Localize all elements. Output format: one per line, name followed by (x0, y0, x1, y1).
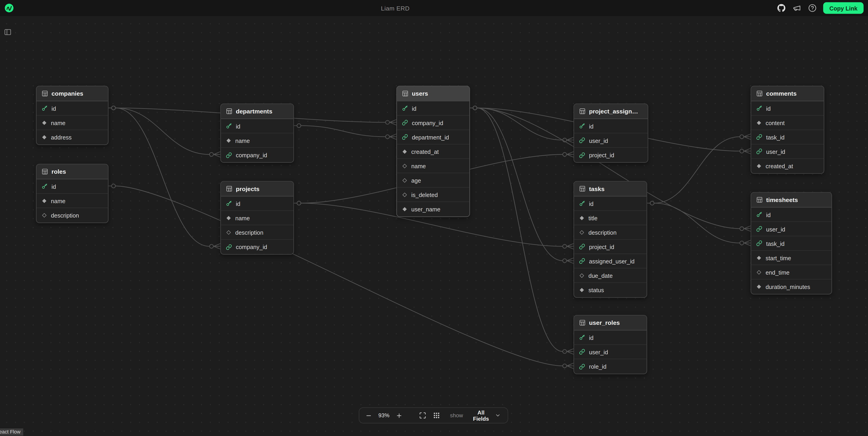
table-icon (756, 196, 763, 203)
table-header[interactable]: roles (36, 164, 108, 179)
table-node-companies[interactable]: companiesidnameaddress (36, 86, 109, 145)
table-title: user_roles (589, 319, 620, 326)
column-row-projects-id[interactable]: id (221, 196, 293, 211)
megaphone-icon (793, 4, 801, 12)
column-row-timesheets-start_time[interactable]: start_time (751, 251, 832, 265)
column-row-departments-name[interactable]: name (221, 133, 293, 148)
column-row-comments-task_id[interactable]: task_id (751, 130, 824, 145)
liam-logo[interactable] (4, 3, 14, 13)
column-row-project_assignments-id[interactable]: id (574, 119, 647, 133)
column-row-tasks-description[interactable]: description (574, 225, 647, 240)
table-header[interactable]: project_assignme... (574, 104, 647, 119)
column-row-user_roles-role_id[interactable]: role_id (574, 359, 647, 374)
foreign-key-icon (579, 258, 585, 264)
table-node-roles[interactable]: rolesidnamedescription (36, 164, 109, 223)
column-row-projects-company_id[interactable]: company_id (221, 240, 293, 254)
copy-link-button[interactable]: Copy Link (823, 2, 863, 14)
table-node-comments[interactable]: commentsidcontenttask_iduser_idcreated_a… (751, 86, 824, 174)
column-row-tasks-project_id[interactable]: project_id (574, 240, 647, 254)
table-node-project_assignments[interactable]: project_assignme...iduser_idproject_id (574, 103, 648, 162)
not-null-icon (402, 149, 407, 154)
column-row-timesheets-end_time[interactable]: end_time (751, 265, 832, 279)
table-header[interactable]: tasks (574, 182, 647, 196)
nullable-icon (402, 163, 407, 168)
column-row-users-user_name[interactable]: user_name (397, 202, 470, 216)
table-icon (756, 90, 763, 97)
column-row-timesheets-task_id[interactable]: task_id (751, 236, 832, 251)
table-header[interactable]: user_roles (574, 315, 647, 330)
column-row-comments-user_id[interactable]: user_id (751, 145, 824, 159)
table-header[interactable]: timesheets (751, 193, 832, 208)
column-row-roles-id[interactable]: id (36, 180, 108, 194)
column-row-tasks-due_date[interactable]: due_date (574, 269, 647, 283)
not-null-icon (756, 284, 762, 289)
column-row-users-is_deleted[interactable]: is_deleted (397, 188, 470, 202)
column-row-companies-address[interactable]: address (36, 130, 108, 145)
column-name: name (236, 215, 250, 221)
column-row-comments-content[interactable]: content (751, 116, 824, 130)
column-row-departments-id[interactable]: id (221, 119, 293, 133)
column-row-roles-name[interactable]: name (36, 194, 108, 208)
fields-filter-dropdown[interactable]: All Fields (467, 408, 502, 423)
table-title: companies (52, 90, 83, 97)
table-node-departments[interactable]: departmentsidnamecompany_id (220, 103, 294, 162)
table-icon (41, 90, 48, 97)
zoom-out-button[interactable] (364, 411, 373, 420)
column-row-tasks-id[interactable]: id (574, 196, 647, 211)
column-name: id (236, 200, 240, 207)
announcements-button[interactable] (792, 3, 802, 13)
zoom-in-button[interactable] (395, 411, 404, 420)
tidy-up-button[interactable] (432, 411, 441, 420)
column-row-companies-id[interactable]: id (36, 101, 108, 116)
column-row-users-age[interactable]: age (397, 173, 470, 188)
column-row-projects-description[interactable]: description (221, 225, 293, 240)
column-row-project_assignments-user_id[interactable]: user_id (574, 133, 647, 148)
column-row-users-company_id[interactable]: company_id (397, 116, 470, 130)
table-header[interactable]: users (397, 86, 470, 101)
not-null-icon (226, 138, 231, 143)
column-row-timesheets-id[interactable]: id (751, 208, 832, 222)
github-button[interactable] (777, 3, 786, 13)
column-name: id (766, 211, 771, 218)
table-node-users[interactable]: usersidcompany_iddepartment_idcreated_at… (396, 86, 470, 217)
reactflow-attribution[interactable]: React Flow (0, 429, 23, 436)
sidebar-toggle-button[interactable] (3, 28, 12, 38)
table-node-timesheets[interactable]: timesheetsiduser_idtask_idstart_timeend_… (751, 192, 832, 294)
help-button[interactable] (808, 3, 817, 13)
column-row-timesheets-duration_minutes[interactable]: duration_minutes (751, 279, 832, 294)
column-name: assigned_user_id (589, 258, 635, 264)
table-header[interactable]: projects (221, 182, 293, 196)
column-row-tasks-title[interactable]: title (574, 211, 647, 225)
column-row-comments-id[interactable]: id (751, 101, 824, 116)
primary-key-icon (226, 200, 232, 207)
column-row-user_roles-user_id[interactable]: user_id (574, 345, 647, 359)
fit-view-button[interactable] (418, 411, 427, 420)
column-row-tasks-status[interactable]: status (574, 283, 647, 297)
table-header[interactable]: companies (36, 86, 108, 101)
column-row-users-created_at[interactable]: created_at (397, 145, 470, 159)
table-header[interactable]: departments (221, 104, 293, 119)
table-icon (402, 90, 408, 97)
column-row-roles-description[interactable]: description (36, 208, 108, 223)
erd-canvas[interactable] (0, 16, 868, 436)
column-row-user_roles-id[interactable]: id (574, 331, 647, 345)
column-row-tasks-assigned_user_id[interactable]: assigned_user_id (574, 254, 647, 269)
column-row-users-id[interactable]: id (397, 101, 470, 116)
column-row-comments-created_at[interactable]: created_at (751, 159, 824, 173)
column-row-timesheets-user_id[interactable]: user_id (751, 222, 832, 236)
table-node-tasks[interactable]: tasksidtitledescriptionproject_idassigne… (574, 181, 647, 298)
chevron-down-icon (495, 412, 501, 418)
column-row-departments-company_id[interactable]: company_id (221, 148, 293, 162)
table-title: tasks (589, 185, 604, 192)
table-node-user_roles[interactable]: user_rolesiduser_idrole_id (574, 315, 647, 374)
foreign-key-icon (579, 137, 585, 143)
liam-logo-icon (4, 3, 14, 13)
column-row-users-name[interactable]: name (397, 159, 470, 173)
column-row-projects-name[interactable]: name (221, 211, 293, 225)
column-row-project_assignments-project_id[interactable]: project_id (574, 148, 647, 162)
tidy-up-grid-icon (433, 412, 440, 419)
table-header[interactable]: comments (751, 86, 824, 101)
table-node-projects[interactable]: projectsidnamedescriptioncompany_id (220, 181, 294, 254)
column-row-users-department_id[interactable]: department_id (397, 130, 470, 145)
column-row-companies-name[interactable]: name (36, 116, 108, 130)
